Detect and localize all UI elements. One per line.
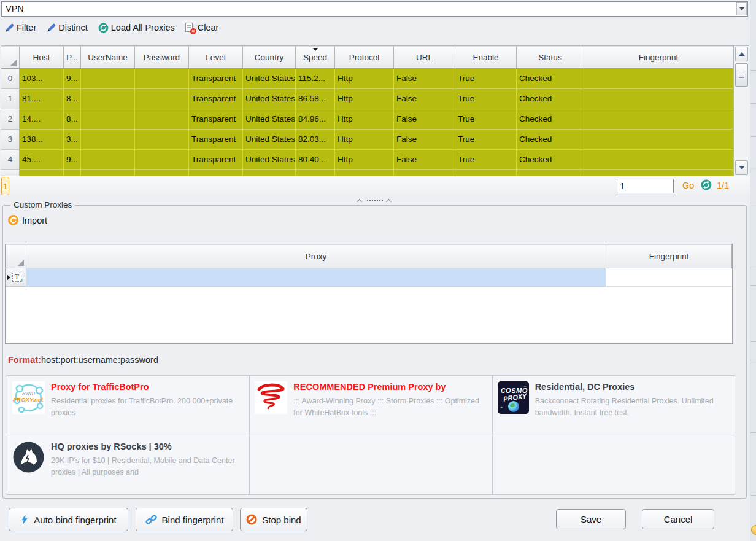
ad-storm-proxies[interactable]: RECOMMENDED Premium Proxy by ::: Award-W… [250,376,492,435]
go-button[interactable]: Go [682,181,694,190]
column-header-url[interactable]: URL [394,46,455,69]
cell-status[interactable]: Checked [517,89,584,109]
cell-protocol[interactable]: Http [335,89,394,109]
cell-fingerprint[interactable] [584,69,733,89]
cell-speed[interactable]: 84.96... [296,109,335,130]
cell-fingerprint[interactable] [584,109,733,130]
cell-speed[interactable]: 115.2... [296,69,335,89]
cell-level[interactable]: Transparent [189,89,243,109]
cell-protocol[interactable]: Http [335,130,394,150]
cell-status[interactable]: Checked [517,150,584,170]
cell-country[interactable]: United States [243,89,296,109]
cell-password[interactable] [135,89,189,109]
new-row-indicator[interactable]: T+ [6,268,26,287]
column-header-protocol[interactable]: Protocol [335,46,394,69]
save-button[interactable]: Save [556,509,626,529]
cell-index[interactable]: 1 [1,89,20,109]
cell-status[interactable]: Checked [517,69,584,89]
cell-password[interactable] [135,109,189,130]
distinct-button[interactable]: Distinct [47,23,88,33]
column-header-host[interactable]: Host [20,46,64,69]
cell-url[interactable]: False [394,150,455,170]
cell-index[interactable]: 2 [1,109,20,130]
cell-index[interactable]: 3 [1,130,20,150]
ad-awmproxy[interactable]: awm PROXY.net Proxy for TrafficBotPro Re… [7,376,250,435]
cell-protocol[interactable]: Http [335,109,394,130]
proxy-input-cell[interactable] [26,268,606,287]
ad-title[interactable]: Residential, DC Proxies [535,381,730,393]
cell-country[interactable]: United States [243,130,296,150]
filter-button[interactable]: Filter [5,23,36,33]
ad-cosmoproxy[interactable]: COSMO PROXY + + Residential, DC Proxies … [493,376,735,435]
cell-index[interactable]: 0 [1,69,20,89]
stop-bind-button[interactable]: Stop bind [240,508,307,531]
cell-country[interactable]: United States [243,69,296,89]
cell-level[interactable]: Transparent [189,109,243,130]
cell-username[interactable] [81,130,135,150]
page-number-input[interactable] [617,179,674,193]
cell-password[interactable] [135,69,189,89]
select-all-corner-cell[interactable] [1,46,20,69]
cell-fingerprint[interactable] [584,150,733,170]
current-page-tab[interactable]: 1 [1,177,9,195]
column-header-proxy[interactable]: Proxy [26,244,606,268]
auto-bind-fingerprint-button[interactable]: Auto bind fingerprint [9,508,128,531]
scroll-up-button[interactable] [735,47,748,61]
proxy-table-row[interactable]: 181....8...TransparentUnited States86.58… [1,89,733,109]
fingerprint-cell[interactable] [606,268,732,287]
ad-title[interactable]: RECOMMENDED Premium Proxy by [293,381,487,393]
custom-table-new-row[interactable]: T+ [6,268,732,287]
cell-protocol[interactable]: Http [335,150,394,170]
cell-speed[interactable]: 82.03... [296,130,335,150]
cell-host[interactable]: 45.... [20,150,64,170]
cancel-button[interactable]: Cancel [642,509,714,529]
cell-host[interactable]: 103... [20,69,64,89]
cell-url[interactable]: False [394,89,455,109]
horizontal-splitter[interactable] [0,197,750,204]
cell-username[interactable] [81,89,135,109]
proxy-table-row[interactable]: 3138...3...TransparentUnited States82.03… [1,130,733,150]
column-header-speed[interactable]: Speed [296,46,335,69]
column-header-status[interactable]: Status [517,46,584,69]
vpn-dropdown-button[interactable] [736,2,747,15]
cell-username[interactable] [81,109,135,130]
proxy-table-row[interactable]: 445....9...TransparentUnited States80.40… [1,150,733,170]
cell-enable[interactable]: True [455,109,517,130]
cell-host[interactable]: 81.... [20,89,64,109]
bind-fingerprint-button[interactable]: Bind fingerprint [136,508,233,531]
vpn-selector[interactable]: VPN [1,1,748,17]
cell-port[interactable]: 8... [64,109,81,130]
column-header-password[interactable]: Password [135,46,189,69]
scroll-down-button[interactable] [735,160,748,175]
cell-fingerprint[interactable] [584,89,733,109]
cell-url[interactable]: False [394,69,455,89]
cell-level[interactable]: Transparent [189,130,243,150]
cell-url[interactable]: False [394,130,455,150]
cell-enable[interactable]: True [455,89,517,109]
refresh-pages-button[interactable] [701,179,712,192]
cell-port[interactable]: 9... [64,69,81,89]
cell-url[interactable]: False [394,109,455,130]
cell-enable[interactable]: True [455,150,517,170]
cell-host[interactable]: 138... [20,130,64,150]
cell-password[interactable] [135,150,189,170]
cell-country[interactable]: United States [243,150,296,170]
cell-username[interactable] [81,150,135,170]
load-all-proxies-button[interactable]: Load All Proxies [98,23,175,33]
column-header-port[interactable]: P... [64,46,81,69]
ad-title[interactable]: Proxy for TrafficBotPro [51,381,244,393]
cell-port[interactable]: 3... [64,130,81,150]
ad-title[interactable]: HQ proxies by RSocks | 30% [51,441,244,453]
cell-index[interactable]: 4 [1,150,20,170]
ad-rsocks[interactable]: HQ proxies by RSocks | 30% 20K IP's for … [7,435,250,495]
column-header-enable[interactable]: Enable [455,46,517,69]
cell-speed[interactable]: 80.40... [296,150,335,170]
cell-host[interactable]: 14.... [20,109,64,130]
column-header-fingerprint[interactable]: Fingerprint [584,46,733,69]
proxy-table-row[interactable]: 214....8...TransparentUnited States84.96… [1,109,733,130]
cell-status[interactable]: Checked [517,130,584,150]
select-all-corner-cell[interactable] [6,244,26,268]
proxy-table-row[interactable]: 0103...9...TransparentUnited States115.2… [1,69,733,89]
cell-status[interactable]: Checked [517,109,584,130]
clear-button[interactable]: × Clear [185,23,219,33]
